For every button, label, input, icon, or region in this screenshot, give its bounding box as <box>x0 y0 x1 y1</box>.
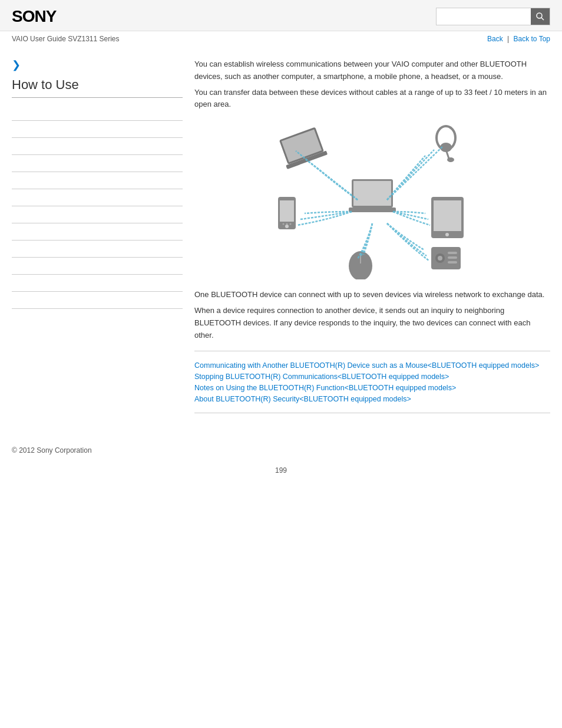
page-header: SONY <box>0 0 562 31</box>
search-box <box>436 8 550 25</box>
list-item[interactable] <box>12 275 183 292</box>
svg-rect-19 <box>434 200 461 231</box>
related-link-item: Communicating with Another BLUETOOTH(R) … <box>194 361 550 370</box>
svg-rect-25 <box>448 256 457 259</box>
bluetooth-illustration <box>194 120 550 279</box>
body-paragraph-2: When a device requires connection to ano… <box>194 305 550 341</box>
copyright: © 2012 Sony Corporation <box>12 446 92 454</box>
svg-point-16 <box>286 223 288 225</box>
back-to-top-link[interactable]: Back to Top <box>514 35 550 43</box>
sidebar-links <box>12 104 183 309</box>
related-link-4[interactable]: About BLUETOOTH(R) Security<BLUETOOTH eq… <box>194 395 411 403</box>
breadcrumb-bar: VAIO User Guide SVZ1311 Series Back | Ba… <box>0 31 562 47</box>
svg-point-20 <box>445 233 449 236</box>
svg-rect-24 <box>448 252 457 254</box>
list-item[interactable] <box>12 138 183 155</box>
related-link-item: About BLUETOOTH(R) Security<BLUETOOTH eq… <box>194 394 550 403</box>
breadcrumb-separator: | <box>507 35 509 43</box>
svg-rect-13 <box>280 200 294 222</box>
related-link-1[interactable]: Communicating with Another BLUETOOTH(R) … <box>194 361 539 370</box>
list-item[interactable] <box>12 206 183 223</box>
list-item[interactable] <box>12 292 183 309</box>
footer: © 2012 Sony Corporation <box>0 434 562 460</box>
search-icon <box>535 12 545 21</box>
page-number: 199 <box>0 460 562 486</box>
related-link-2[interactable]: Stopping BLUETOOTH(R) Communications<BLU… <box>194 373 449 381</box>
sidebar-arrow: ❯ <box>12 58 183 71</box>
list-item[interactable] <box>12 258 183 275</box>
sidebar: ❯ How to Use <box>12 52 194 423</box>
divider-bottom <box>194 413 550 413</box>
breadcrumb-nav: Back | Back to Top <box>487 35 550 43</box>
sony-logo: SONY <box>12 7 56 26</box>
svg-line-1 <box>541 18 544 20</box>
intro-paragraph-2: You can transfer data between these devi… <box>194 87 550 111</box>
divider-top <box>194 351 550 351</box>
back-link[interactable]: Back <box>487 35 503 43</box>
list-item[interactable] <box>12 121 183 138</box>
content-intro: You can establish wireless communication… <box>194 58 550 111</box>
list-item[interactable] <box>12 241 183 258</box>
related-link-item: Stopping BLUETOOTH(R) Communications<BLU… <box>194 372 550 381</box>
svg-point-11 <box>447 157 454 162</box>
svg-point-15 <box>283 223 285 225</box>
search-input[interactable] <box>437 8 531 25</box>
related-links: Communicating with Another BLUETOOTH(R) … <box>194 361 550 403</box>
list-item[interactable] <box>12 223 183 241</box>
content-area: You can establish wireless communication… <box>194 52 550 423</box>
content-body: One BLUETOOTH device can connect with up… <box>194 289 550 341</box>
svg-rect-26 <box>448 261 457 263</box>
svg-point-14 <box>285 225 289 228</box>
main-content: ❯ How to Use You can establish wireless … <box>0 47 562 434</box>
sidebar-title: How to Use <box>12 77 183 98</box>
list-item[interactable] <box>12 155 183 172</box>
svg-point-23 <box>438 256 442 261</box>
svg-point-17 <box>290 223 292 225</box>
svg-rect-3 <box>353 181 391 206</box>
list-item[interactable] <box>12 104 183 121</box>
bluetooth-svg <box>260 120 484 279</box>
search-button[interactable] <box>531 8 550 25</box>
intro-paragraph-1: You can establish wireless communication… <box>194 58 550 83</box>
svg-point-0 <box>537 13 542 18</box>
related-link-3[interactable]: Notes on Using the BLUETOOTH(R) Function… <box>194 384 456 392</box>
list-item[interactable] <box>12 172 183 189</box>
svg-rect-4 <box>349 207 396 212</box>
body-paragraph-1: One BLUETOOTH device can connect with up… <box>194 289 550 301</box>
related-link-item: Notes on Using the BLUETOOTH(R) Function… <box>194 383 550 392</box>
guide-title: VAIO User Guide SVZ1311 Series <box>12 35 120 43</box>
list-item[interactable] <box>12 189 183 206</box>
